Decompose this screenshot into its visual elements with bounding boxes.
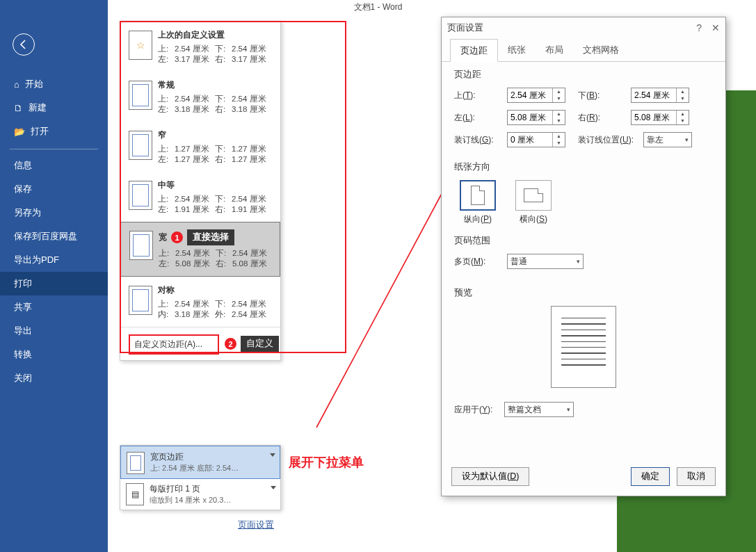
margins-item-normal[interactable]: 常规 上:2.54 厘米下:2.54 厘米 左:3.18 厘米右:3.18 厘米 xyxy=(120,72,280,122)
arrow-left-icon xyxy=(18,39,29,50)
margin-thumb-icon xyxy=(129,131,152,160)
print-settings-panel: 宽页边距 上: 2.54 厘米 底部: 2.54… ▤ 每版打印 1 页 缩放到… xyxy=(120,445,281,510)
ok-button[interactable]: 确定 xyxy=(631,467,670,486)
spin-down-icon[interactable]: ▼ xyxy=(553,95,565,102)
margin-thumb-icon xyxy=(129,81,152,110)
input-top[interactable]: ▲▼ xyxy=(507,88,565,103)
orientation-label: 纵向(P) xyxy=(460,213,496,225)
margin-thumb-icon xyxy=(129,286,152,315)
nav-save[interactable]: 保存 xyxy=(0,177,108,201)
chevron-down-icon xyxy=(270,453,275,457)
setting-label: 每版打印 1 页 xyxy=(150,483,231,495)
annotation-direct-select: 直接选择 xyxy=(187,229,234,245)
file-menu-sidebar: ⌂开始 🗋新建 📂打开 信息 保存 另存为 保存到百度网盘 导出为PDF 打印 … xyxy=(0,0,108,552)
margin-title: 中等 xyxy=(158,179,272,191)
input-bottom[interactable]: ▲▼ xyxy=(631,88,689,103)
tab-margins[interactable]: 页边距 xyxy=(450,39,498,62)
select-applyto[interactable]: 整篇文档▾ xyxy=(504,402,574,417)
spin-up-icon[interactable]: ▲ xyxy=(553,111,565,117)
nav-convert[interactable]: 转换 xyxy=(0,343,108,366)
label-multipage: 多页(M): xyxy=(454,256,504,268)
cancel-button[interactable]: 取消 xyxy=(677,467,716,486)
app-titlebar: 文档1 - Word xyxy=(0,0,756,14)
margin-title: 窄 xyxy=(158,129,272,141)
nav-close[interactable]: 关闭 xyxy=(0,366,108,390)
margin-thumb-icon xyxy=(127,452,145,474)
annotation-badge-2: 2 xyxy=(225,338,236,350)
nav-share[interactable]: 共享 xyxy=(0,295,108,319)
file-icon: 🗋 xyxy=(14,103,23,113)
folder-open-icon: 📂 xyxy=(14,127,25,137)
dialog-titlebar: 页面设置 ? ✕ xyxy=(442,17,725,38)
label-applyto: 应用于(Y): xyxy=(454,404,501,416)
margins-item-narrow[interactable]: 窄 上:1.27 厘米下:1.27 厘米 左:1.27 厘米右:1.27 厘米 xyxy=(120,122,280,172)
annotation-arrow-icon xyxy=(313,174,452,431)
margins-item-moderate[interactable]: 中等 上:2.54 厘米下:2.54 厘米 左:1.91 厘米右:1.91 厘米 xyxy=(120,172,280,222)
setting-margins-dropdown[interactable]: 宽页边距 上: 2.54 厘米 底部: 2.54… xyxy=(120,446,280,479)
section-heading-margins: 页边距 xyxy=(454,69,713,81)
setting-detail: 上: 2.54 厘米 底部: 2.54… xyxy=(150,463,239,473)
nav-export[interactable]: 导出 xyxy=(0,319,108,343)
spin-up-icon[interactable]: ▲ xyxy=(677,111,689,117)
set-default-button[interactable]: 设为默认值(D) xyxy=(451,467,529,486)
nav-exportpdf[interactable]: 导出为PDF xyxy=(0,248,108,272)
margins-item-lastcustom[interactable]: 上次的自定义设置 上:2.54 厘米下:2.54 厘米 左:3.17 厘米右:3… xyxy=(120,22,280,72)
svg-line-0 xyxy=(316,181,449,428)
chevron-down-icon: ▾ xyxy=(577,258,580,265)
nav-baidupan[interactable]: 保存到百度网盘 xyxy=(0,225,108,248)
dialog-tabs: 页边距 纸张 布局 文档网格 xyxy=(442,38,725,62)
label-right: 右(R): xyxy=(578,112,628,124)
tab-paper[interactable]: 纸张 xyxy=(498,39,536,62)
margins-item-wide[interactable]: 宽 1 直接选择 上:2.54 厘米下:2.54 厘米 左:5.08 厘米右:5… xyxy=(120,222,280,277)
setting-detail: 缩放到 14 厘米 x 20.3… xyxy=(150,495,231,505)
tab-layout[interactable]: 布局 xyxy=(536,39,573,62)
close-button[interactable]: ✕ xyxy=(711,22,720,33)
annotation-expand-dropdown: 展开下拉菜单 xyxy=(289,454,364,471)
select-multipage[interactable]: 普通▾ xyxy=(507,254,584,269)
home-icon: ⌂ xyxy=(14,79,19,90)
back-button[interactable] xyxy=(13,33,35,56)
page-setup-link[interactable]: 页面设置 xyxy=(238,519,274,531)
margin-thumb-icon xyxy=(129,231,153,260)
input-right[interactable]: ▲▼ xyxy=(631,110,689,125)
nav-info[interactable]: 信息 xyxy=(0,154,108,177)
margins-dropdown: 上次的自定义设置 上:2.54 厘米下:2.54 厘米 左:3.17 厘米右:3… xyxy=(120,21,281,361)
nav-divider xyxy=(10,149,98,149)
custom-margins-link[interactable]: 自定义页边距(A)... xyxy=(129,334,219,355)
annotation-custom: 自定义 xyxy=(241,336,279,352)
input-left[interactable]: ▲▼ xyxy=(507,110,565,125)
select-gutterpos[interactable]: 靠左▾ xyxy=(643,132,692,147)
margin-title: 上次的自定义设置 xyxy=(158,29,272,41)
orientation-portrait[interactable]: 纵向(P) xyxy=(460,180,496,225)
orientation-landscape[interactable]: 横向(S) xyxy=(515,180,552,225)
input-gutter[interactable]: ▲▼ xyxy=(507,132,565,147)
section-heading-preview: 预览 xyxy=(454,287,713,299)
margin-title: 常规 xyxy=(158,79,272,91)
spin-down-icon[interactable]: ▼ xyxy=(553,140,565,147)
margins-item-mirror[interactable]: 对称 上:2.54 厘米下:2.54 厘米 内:3.18 厘米外:2.54 厘米 xyxy=(120,277,280,327)
spin-down-icon[interactable]: ▼ xyxy=(553,117,565,124)
margin-title: 对称 xyxy=(158,284,272,296)
chevron-down-icon: ▾ xyxy=(567,406,570,413)
spin-up-icon[interactable]: ▲ xyxy=(677,88,689,95)
spin-down-icon[interactable]: ▼ xyxy=(677,95,689,102)
orientation-label: 横向(S) xyxy=(515,213,552,225)
label-gutterpos: 装订线位置(U): xyxy=(578,134,641,146)
section-heading-pagerange: 页码范围 xyxy=(454,235,713,247)
setting-pages-per-sheet[interactable]: ▤ 每版打印 1 页 缩放到 14 厘米 x 20.3… xyxy=(120,479,280,510)
nav-new[interactable]: 🗋新建 xyxy=(0,96,108,120)
dialog-title: 页面设置 xyxy=(447,22,483,34)
nav-home[interactable]: ⌂开始 xyxy=(0,72,108,96)
label-gutter: 装订线(G): xyxy=(454,134,504,146)
spin-up-icon[interactable]: ▲ xyxy=(553,133,565,140)
nav-saveas[interactable]: 另存为 xyxy=(0,201,108,225)
page-setup-dialog: 页面设置 ? ✕ 页边距 纸张 布局 文档网格 页边距 上(T): ▲▼ 下(B… xyxy=(441,17,726,496)
nav-open[interactable]: 📂打开 xyxy=(0,120,108,143)
margin-thumb-icon xyxy=(129,31,152,60)
nav-print[interactable]: 打印 xyxy=(0,272,108,295)
spin-down-icon[interactable]: ▼ xyxy=(677,117,689,124)
label-bottom: 下(B): xyxy=(578,90,628,102)
tab-grid[interactable]: 文档网格 xyxy=(573,39,629,62)
help-button[interactable]: ? xyxy=(696,22,702,33)
spin-up-icon[interactable]: ▲ xyxy=(553,88,565,95)
